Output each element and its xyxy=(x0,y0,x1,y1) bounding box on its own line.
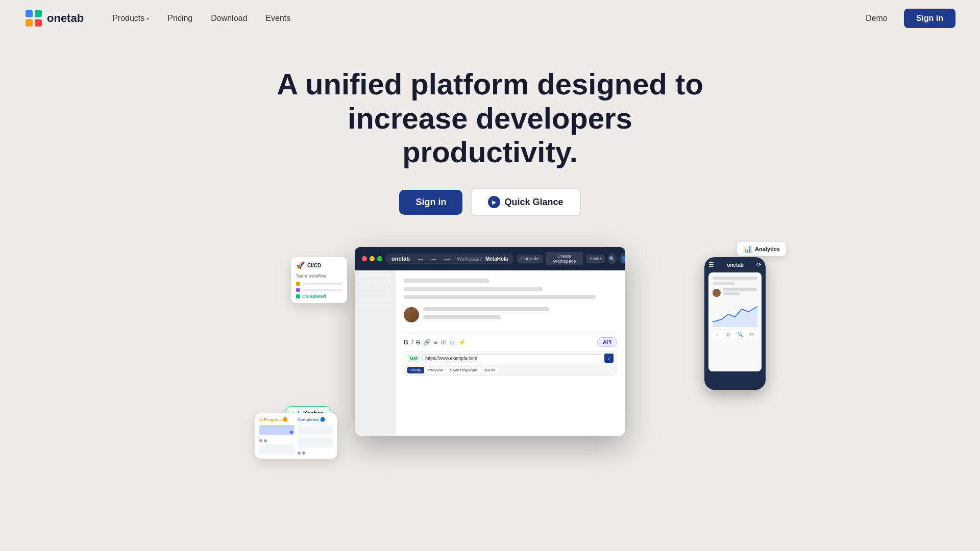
mini-dot xyxy=(264,439,267,442)
tab-preview[interactable]: Preview xyxy=(425,367,446,373)
cicd-line xyxy=(302,289,342,291)
sidebar-dot xyxy=(374,286,377,289)
cicd-line xyxy=(302,283,342,285)
play-icon: ▶ xyxy=(488,196,500,208)
demo-button[interactable]: Demo xyxy=(857,10,896,27)
hero-title: A unified platform designed to increase … xyxy=(260,67,720,169)
nav-pricing[interactable]: Pricing xyxy=(159,10,201,27)
status-dot-purple xyxy=(296,288,300,292)
browser-sidebar xyxy=(355,270,396,436)
api-button[interactable]: API xyxy=(597,337,617,347)
bold-icon[interactable]: B xyxy=(404,339,408,346)
svg-rect-3 xyxy=(26,19,33,27)
svg-rect-2 xyxy=(35,10,42,17)
content-line xyxy=(404,295,596,299)
emoji-icon[interactable]: ☺ xyxy=(449,339,455,346)
phone-avatar xyxy=(713,289,721,297)
svg-rect-4 xyxy=(35,19,42,27)
workspace-label: Workspace xyxy=(457,256,482,262)
cicd-header: 🚀 CI/CD xyxy=(296,261,342,269)
comment-lines xyxy=(423,307,617,323)
browser-address-bar: onetab — — — Workspace MetaHola xyxy=(386,254,513,264)
board-card xyxy=(298,425,333,435)
create-workspace-button[interactable]: Create Workspace xyxy=(546,252,583,265)
editor-toolbar: B I S 🔗 ≡ ① ☺ ⚡ API xyxy=(404,332,617,347)
in-progress-label: In Progress 🟠 xyxy=(259,417,295,422)
api-url-input[interactable] xyxy=(422,354,602,362)
strikethrough-icon[interactable]: S xyxy=(416,339,420,346)
phone-line xyxy=(713,277,757,280)
nav-events[interactable]: Events xyxy=(257,10,299,27)
cicd-card: 🚀 CI/CD Team workflow Completed xyxy=(291,257,347,303)
search-phone-icon[interactable]: 🔍 xyxy=(737,332,743,337)
board-col-completed xyxy=(298,425,333,455)
logo-text: onetab xyxy=(47,12,84,25)
logo[interactable]: onetab xyxy=(24,9,84,28)
browser-actions: Upgrade Create Workspace Invite 🔍 👤 xyxy=(517,252,625,265)
nav-download[interactable]: Download xyxy=(203,10,255,27)
hero-quickglance-button[interactable]: ▶ Quick Glance xyxy=(471,188,580,216)
api-tabs: Pretty Preview Save response JSON xyxy=(404,365,617,375)
chevron-down-icon: ▾ xyxy=(146,16,149,21)
tab-save-response[interactable]: Save response xyxy=(447,367,480,373)
board-card: In Progress 🟠 Completed 🔵 xyxy=(255,413,337,459)
browser-nav-item: — xyxy=(418,256,423,262)
api-send-button[interactable]: › xyxy=(604,354,614,363)
italic-icon[interactable]: I xyxy=(411,339,413,346)
content-line xyxy=(423,315,501,319)
cicd-items: Completed xyxy=(296,282,342,299)
traffic-light-fullscreen[interactable] xyxy=(377,256,382,261)
avatar[interactable]: 👤 xyxy=(620,253,625,264)
status-dot-yellow xyxy=(296,282,300,286)
content-line xyxy=(423,307,549,311)
more-icon[interactable]: ⚡ xyxy=(458,339,466,346)
phone-line xyxy=(713,282,735,285)
mini-dot xyxy=(298,452,301,455)
tab-pretty[interactable]: Pretty xyxy=(407,367,424,373)
browser-nav-item: — xyxy=(445,256,450,262)
signin-nav-button[interactable]: Sign in xyxy=(904,9,955,28)
svg-rect-1 xyxy=(26,10,33,17)
http-method-badge[interactable]: Get xyxy=(407,355,420,362)
nav-products[interactable]: Products ▾ xyxy=(104,10,157,27)
board-col-in-progress xyxy=(259,425,295,455)
browser-content: B I S 🔗 ≡ ① ☺ ⚡ API Get › xyxy=(355,270,625,436)
content-line xyxy=(404,287,543,291)
navbar: onetab Products ▾ Pricing Download Event… xyxy=(0,0,980,37)
mini-dot xyxy=(302,452,305,455)
grid-icon[interactable]: ⊞ xyxy=(750,332,754,337)
analytics-label: Analytics xyxy=(755,246,780,252)
browser-main-content: B I S 🔗 ≡ ① ☺ ⚡ API Get › xyxy=(396,270,625,436)
status-dot-green xyxy=(296,294,300,298)
traffic-light-close[interactable] xyxy=(362,256,367,261)
board-header: In Progress 🟠 Completed 🔵 xyxy=(259,417,333,422)
list-icon[interactable]: ≡ xyxy=(434,339,437,346)
home-icon[interactable]: ⌂ xyxy=(716,332,719,337)
search-icon[interactable]: 🔍 xyxy=(608,253,617,264)
analytics-icon: 📊 xyxy=(743,245,752,253)
card-dot xyxy=(290,431,293,434)
phone-line xyxy=(723,288,757,291)
cicd-title: CI/CD xyxy=(307,263,321,268)
hero-buttons: Sign in ▶ Quick Glance xyxy=(399,188,580,216)
upgrade-button[interactable]: Upgrade xyxy=(517,255,543,263)
phone-chart xyxy=(713,302,757,327)
mobile-phone: ☰ onetab ⟳ ⌂ xyxy=(704,257,766,390)
user-avatar xyxy=(404,307,419,322)
traffic-lights xyxy=(362,256,382,261)
api-panel: Get › Pretty Preview Save response JSON xyxy=(404,351,617,376)
tab-json[interactable]: JSON xyxy=(481,367,498,373)
hero-signin-button[interactable]: Sign in xyxy=(399,190,462,215)
ordered-list-icon[interactable]: ① xyxy=(440,339,446,346)
link-icon[interactable]: 🔗 xyxy=(423,339,431,346)
analytics-badge: 📊 Analytics xyxy=(737,242,786,256)
browser-chrome: onetab — — — Workspace MetaHola Upgrade … xyxy=(355,247,625,270)
team-workflow-label: Team workflow xyxy=(296,273,342,279)
rocket-icon: 🚀 xyxy=(296,261,305,269)
comment-row xyxy=(404,307,617,323)
invite-button[interactable]: Invite xyxy=(586,255,605,263)
hamburger-icon: ☰ xyxy=(708,261,714,268)
phone-user-row xyxy=(713,288,757,297)
search-icon[interactable]: ⚙ xyxy=(726,332,730,337)
traffic-light-minimize[interactable] xyxy=(370,256,375,261)
